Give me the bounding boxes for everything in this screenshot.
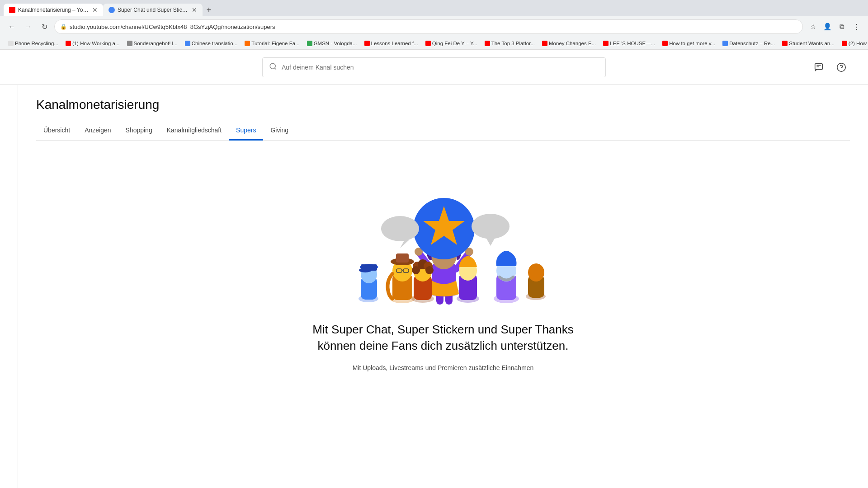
bookmark-favicon xyxy=(542,41,547,46)
bookmark-label: (1) How Working a... xyxy=(72,41,120,46)
forward-button[interactable]: → xyxy=(22,20,34,33)
bookmark-item[interactable]: Qing Fei De Yi - Y... xyxy=(423,40,480,47)
svg-marker-23 xyxy=(486,238,495,246)
browser-tabs: Kanalmonetarisierung – YouTu... ✕ Super … xyxy=(0,0,868,16)
back-button[interactable]: ← xyxy=(5,20,18,33)
svg-line-1 xyxy=(274,68,276,69)
left-sidebar xyxy=(0,50,18,488)
bookmark-favicon xyxy=(364,41,370,46)
bookmark-favicon xyxy=(66,41,71,46)
tab-favicon-google xyxy=(108,7,115,13)
studio-main: Kanalmonetarisierung Übersicht Anzeigen … xyxy=(18,85,868,391)
studio-search-container[interactable] xyxy=(262,57,606,77)
bookmark-label: Tutorial: Eigene Fa... xyxy=(251,41,299,46)
content-subtext: Mit Uploads, Livestreams und Premieren z… xyxy=(353,363,534,373)
profile-button[interactable]: 👤 xyxy=(821,20,834,33)
bookmark-label: Money Changes E... xyxy=(549,41,596,46)
bookmark-item[interactable]: The Top 3 Platfor... xyxy=(482,40,538,47)
bookmark-favicon xyxy=(662,41,668,46)
tab-giving[interactable]: Giving xyxy=(263,121,296,141)
address-bar[interactable]: 🔒 studio.youtube.com/channel/UCw9tq5Kbtx… xyxy=(54,19,803,34)
toolbar-actions: ☆ 👤 ⧉ ⋮ xyxy=(807,20,863,33)
svg-rect-28 xyxy=(396,253,409,263)
bookmark-item[interactable]: Phone Recycling... xyxy=(5,40,61,47)
bookmark-label: Datenschutz – Re... xyxy=(729,41,775,46)
tab-anzeigen[interactable]: Anzeigen xyxy=(77,121,118,141)
studio-topbar xyxy=(0,50,868,85)
address-text: studio.youtube.com/channel/UCw9tq5Kbtx48… xyxy=(70,23,797,30)
browser-toolbar: ← → ↻ 🔒 studio.youtube.com/channel/UCw9t… xyxy=(0,16,868,37)
bookmark-favicon xyxy=(782,41,788,46)
tab-favicon-youtube xyxy=(9,7,15,13)
bookmark-label: Qing Fei De Yi - Y... xyxy=(432,41,477,46)
tab-close-1[interactable]: ✕ xyxy=(92,6,98,14)
bookmark-label: (2) How To Add A... xyxy=(849,41,868,46)
bookmark-favicon xyxy=(603,41,609,46)
bookmark-item[interactable]: Sonderangebot! l... xyxy=(124,40,180,47)
svg-point-37 xyxy=(359,268,372,272)
bookmark-label: How to get more v... xyxy=(669,41,715,46)
browser-chrome: Kanalmonetarisierung – YouTu... ✕ Super … xyxy=(0,0,868,50)
illustration-container xyxy=(335,159,552,308)
bookmark-item[interactable]: Datenschutz – Re... xyxy=(720,40,778,47)
new-tab-button[interactable]: + xyxy=(203,4,215,16)
bookmark-item[interactable]: (1) How Working a... xyxy=(63,40,123,47)
svg-point-20 xyxy=(381,216,419,241)
studio-tabs: Übersicht Anzeigen Shopping Kanalmitglie… xyxy=(36,121,850,141)
svg-point-22 xyxy=(472,214,509,239)
lock-icon: 🔒 xyxy=(60,23,67,30)
tab-close-2[interactable]: ✕ xyxy=(192,6,197,14)
tab-label-1: Kanalmonetarisierung – YouTu... xyxy=(18,7,90,13)
menu-button[interactable]: ⋮ xyxy=(850,20,863,33)
feedback-icon[interactable] xyxy=(810,59,827,76)
svg-point-50 xyxy=(412,266,420,274)
bookmark-label: LEE 'S HOUSE—... xyxy=(610,41,655,46)
page-title: Kanalmonetarisierung xyxy=(36,98,850,112)
bookmark-favicon xyxy=(842,41,847,46)
bookmark-label: Sonderangebot! l... xyxy=(134,41,178,46)
tab-shopping[interactable]: Shopping xyxy=(118,121,160,141)
studio-content: Mit Super Chat, Super Stickern und Super… xyxy=(36,141,850,391)
svg-point-6 xyxy=(837,63,845,71)
help-icon[interactable] xyxy=(833,59,850,76)
extensions-button[interactable]: ⧉ xyxy=(835,20,848,33)
bookmark-label: Chinese translatio... xyxy=(192,41,238,46)
bookmark-star-button[interactable]: ☆ xyxy=(807,20,819,33)
bookmark-item[interactable]: How to get more v... xyxy=(660,40,718,47)
bookmark-label: Phone Recycling... xyxy=(15,41,58,46)
bookmark-favicon xyxy=(245,41,250,46)
bookmark-item[interactable]: GMSN - Vologda... xyxy=(304,40,360,47)
tab-uebersicht[interactable]: Übersicht xyxy=(36,121,77,141)
bookmark-item[interactable]: Student Wants an... xyxy=(779,40,837,47)
yt-studio: Kanalmonetarisierung Übersicht Anzeigen … xyxy=(0,50,868,488)
svg-point-0 xyxy=(270,63,275,69)
browser-tab-active[interactable]: Kanalmonetarisierung – YouTu... ✕ xyxy=(4,4,103,16)
bookmark-item[interactable]: Money Changes E... xyxy=(539,40,599,47)
bookmark-favicon xyxy=(425,41,431,46)
bookmark-item[interactable]: Chinese translatio... xyxy=(182,40,241,47)
tab-supers[interactable]: Supers xyxy=(229,121,263,141)
search-input[interactable] xyxy=(282,64,599,71)
svg-rect-2 xyxy=(815,64,823,70)
bookmark-favicon xyxy=(185,41,190,46)
topbar-actions xyxy=(810,59,850,76)
bookmark-item[interactable]: Lessons Learned f... xyxy=(362,40,421,47)
search-icon xyxy=(269,62,277,72)
bookmark-item[interactable]: (2) How To Add A... xyxy=(839,40,868,47)
reload-button[interactable]: ↻ xyxy=(38,20,51,33)
bookmark-label: Lessons Learned f... xyxy=(371,41,418,46)
bookmarks-bar: Phone Recycling... (1) How Working a... … xyxy=(0,37,868,50)
bookmark-favicon xyxy=(722,41,728,46)
bookmark-favicon xyxy=(8,41,14,46)
bookmark-favicon xyxy=(485,41,490,46)
bookmark-label: GMSN - Vologda... xyxy=(314,41,357,46)
bookmark-item[interactable]: Tutorial: Eigene Fa... xyxy=(242,40,302,47)
tab-kanalmitgliedschaft[interactable]: Kanalmitgliedschaft xyxy=(160,121,229,141)
bookmark-favicon xyxy=(127,41,132,46)
bookmark-label: Student Wants an... xyxy=(789,41,835,46)
bookmark-favicon xyxy=(307,41,312,46)
browser-tab-2[interactable]: Super Chat und Super Sticker... ✕ xyxy=(103,4,203,16)
bookmark-item[interactable]: LEE 'S HOUSE—... xyxy=(600,40,658,47)
bookmark-label: The Top 3 Platfor... xyxy=(491,41,535,46)
content-heading: Mit Super Chat, Super Stickern und Super… xyxy=(307,321,579,354)
